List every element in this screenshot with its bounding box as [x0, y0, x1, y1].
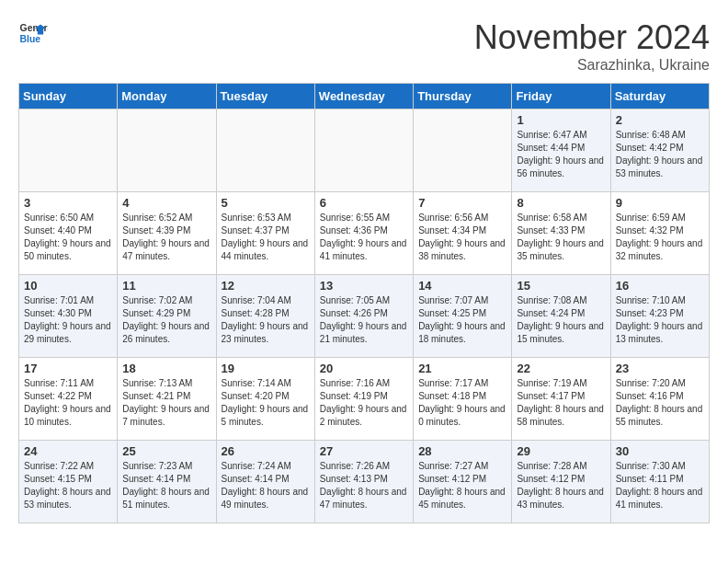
calendar-cell: 5Sunrise: 6:53 AM Sunset: 4:37 PM Daylig…: [216, 192, 314, 275]
calendar-cell: 26Sunrise: 7:24 AM Sunset: 4:14 PM Dayli…: [216, 441, 314, 523]
day-info: Sunrise: 7:28 AM Sunset: 4:12 PM Dayligh…: [517, 460, 605, 511]
day-number: 10: [24, 279, 112, 293]
day-info: Sunrise: 7:16 AM Sunset: 4:19 PM Dayligh…: [320, 377, 408, 429]
day-number: 28: [418, 444, 506, 458]
calendar-cell: 17Sunrise: 7:11 AM Sunset: 4:22 PM Dayli…: [19, 358, 118, 441]
calendar-table: SundayMondayTuesdayWednesdayThursdayFrid…: [18, 83, 710, 523]
day-info: Sunrise: 7:13 AM Sunset: 4:21 PM Dayligh…: [122, 377, 210, 429]
calendar-cell: [216, 109, 314, 192]
day-number: 30: [616, 444, 704, 458]
day-info: Sunrise: 7:11 AM Sunset: 4:22 PM Dayligh…: [24, 377, 112, 429]
calendar-cell: 13Sunrise: 7:05 AM Sunset: 4:26 PM Dayli…: [314, 275, 413, 358]
day-number: 13: [320, 279, 408, 293]
calendar-cell: 30Sunrise: 7:30 AM Sunset: 4:11 PM Dayli…: [610, 441, 709, 523]
day-info: Sunrise: 7:23 AM Sunset: 4:14 PM Dayligh…: [122, 460, 210, 511]
calendar-cell: 14Sunrise: 7:07 AM Sunset: 4:25 PM Dayli…: [414, 275, 512, 358]
calendar-title: November 2024: [474, 18, 710, 57]
weekday-header: Friday: [512, 84, 610, 109]
logo: General Blue: [18, 18, 48, 48]
day-info: Sunrise: 7:04 AM Sunset: 4:28 PM Dayligh…: [222, 294, 310, 346]
weekday-header: Tuesday: [216, 84, 314, 109]
day-info: Sunrise: 6:59 AM Sunset: 4:32 PM Dayligh…: [616, 212, 704, 263]
day-info: Sunrise: 7:14 AM Sunset: 4:20 PM Dayligh…: [222, 377, 310, 429]
calendar-cell: 4Sunrise: 6:52 AM Sunset: 4:39 PM Daylig…: [118, 192, 216, 275]
calendar-cell: 27Sunrise: 7:26 AM Sunset: 4:13 PM Dayli…: [314, 441, 413, 523]
calendar-cell: 2Sunrise: 6:48 AM Sunset: 4:42 PM Daylig…: [610, 109, 709, 192]
calendar-cell: [414, 109, 512, 192]
day-info: Sunrise: 7:08 AM Sunset: 4:24 PM Dayligh…: [517, 294, 605, 346]
day-number: 11: [122, 279, 210, 293]
day-info: Sunrise: 7:22 AM Sunset: 4:15 PM Dayligh…: [24, 460, 112, 511]
day-number: 5: [222, 196, 310, 210]
day-info: Sunrise: 7:30 AM Sunset: 4:11 PM Dayligh…: [616, 460, 704, 511]
calendar-cell: 19Sunrise: 7:14 AM Sunset: 4:20 PM Dayli…: [216, 358, 314, 441]
calendar-week-row: 3Sunrise: 6:50 AM Sunset: 4:40 PM Daylig…: [19, 192, 710, 275]
day-number: 3: [24, 196, 112, 210]
day-number: 2: [616, 113, 704, 127]
day-number: 9: [616, 196, 704, 210]
day-number: 21: [418, 362, 506, 375]
title-block: November 2024 Sarazhinka, Ukraine: [474, 18, 710, 74]
day-info: Sunrise: 6:50 AM Sunset: 4:40 PM Dayligh…: [24, 212, 112, 263]
calendar-cell: [19, 109, 118, 192]
day-info: Sunrise: 6:48 AM Sunset: 4:42 PM Dayligh…: [616, 129, 704, 180]
day-info: Sunrise: 6:53 AM Sunset: 4:37 PM Dayligh…: [222, 212, 310, 263]
calendar-cell: 9Sunrise: 6:59 AM Sunset: 4:32 PM Daylig…: [610, 192, 709, 275]
day-number: 25: [122, 444, 210, 458]
day-info: Sunrise: 7:19 AM Sunset: 4:17 PM Dayligh…: [517, 377, 605, 429]
calendar-cell: 7Sunrise: 6:56 AM Sunset: 4:34 PM Daylig…: [414, 192, 512, 275]
calendar-cell: 3Sunrise: 6:50 AM Sunset: 4:40 PM Daylig…: [19, 192, 118, 275]
day-info: Sunrise: 6:55 AM Sunset: 4:36 PM Dayligh…: [320, 212, 408, 263]
calendar-week-row: 10Sunrise: 7:01 AM Sunset: 4:30 PM Dayli…: [19, 275, 710, 358]
day-number: 19: [222, 362, 310, 375]
weekday-header: Wednesday: [314, 84, 413, 109]
calendar-cell: 15Sunrise: 7:08 AM Sunset: 4:24 PM Dayli…: [512, 275, 610, 358]
day-info: Sunrise: 7:02 AM Sunset: 4:29 PM Dayligh…: [122, 294, 210, 346]
day-info: Sunrise: 7:20 AM Sunset: 4:16 PM Dayligh…: [616, 377, 704, 429]
day-number: 4: [122, 196, 210, 210]
calendar-week-row: 17Sunrise: 7:11 AM Sunset: 4:22 PM Dayli…: [19, 358, 710, 441]
calendar-body: 1Sunrise: 6:47 AM Sunset: 4:44 PM Daylig…: [19, 109, 710, 523]
day-number: 12: [222, 279, 310, 293]
day-number: 27: [320, 444, 408, 458]
calendar-week-row: 24Sunrise: 7:22 AM Sunset: 4:15 PM Dayli…: [19, 441, 710, 523]
day-info: Sunrise: 7:10 AM Sunset: 4:23 PM Dayligh…: [616, 294, 704, 346]
day-number: 15: [517, 279, 605, 293]
day-number: 14: [418, 279, 506, 293]
calendar-cell: 28Sunrise: 7:27 AM Sunset: 4:12 PM Dayli…: [414, 441, 512, 523]
day-info: Sunrise: 6:47 AM Sunset: 4:44 PM Dayligh…: [517, 129, 605, 180]
day-info: Sunrise: 6:58 AM Sunset: 4:33 PM Dayligh…: [517, 212, 605, 263]
calendar-cell: 25Sunrise: 7:23 AM Sunset: 4:14 PM Dayli…: [118, 441, 216, 523]
day-number: 23: [616, 362, 704, 375]
calendar-cell: 1Sunrise: 6:47 AM Sunset: 4:44 PM Daylig…: [512, 109, 610, 192]
day-number: 24: [24, 444, 112, 458]
calendar-cell: 20Sunrise: 7:16 AM Sunset: 4:19 PM Dayli…: [314, 358, 413, 441]
day-info: Sunrise: 6:52 AM Sunset: 4:39 PM Dayligh…: [122, 212, 210, 263]
calendar-cell: 21Sunrise: 7:17 AM Sunset: 4:18 PM Dayli…: [414, 358, 512, 441]
calendar-cell: [118, 109, 216, 192]
header: General Blue November 2024 Sarazhinka, U…: [18, 18, 710, 74]
calendar-cell: 11Sunrise: 7:02 AM Sunset: 4:29 PM Dayli…: [118, 275, 216, 358]
logo-icon: General Blue: [18, 18, 48, 48]
calendar-cell: 12Sunrise: 7:04 AM Sunset: 4:28 PM Dayli…: [216, 275, 314, 358]
weekday-header: Sunday: [19, 84, 118, 109]
calendar-cell: 10Sunrise: 7:01 AM Sunset: 4:30 PM Dayli…: [19, 275, 118, 358]
day-number: 8: [517, 196, 605, 210]
day-number: 6: [320, 196, 408, 210]
day-info: Sunrise: 7:24 AM Sunset: 4:14 PM Dayligh…: [222, 460, 310, 511]
day-info: Sunrise: 7:27 AM Sunset: 4:12 PM Dayligh…: [418, 460, 506, 511]
calendar-cell: 29Sunrise: 7:28 AM Sunset: 4:12 PM Dayli…: [512, 441, 610, 523]
weekday-header: Thursday: [414, 84, 512, 109]
day-number: 7: [418, 196, 506, 210]
calendar-cell: 6Sunrise: 6:55 AM Sunset: 4:36 PM Daylig…: [314, 192, 413, 275]
day-info: Sunrise: 7:17 AM Sunset: 4:18 PM Dayligh…: [418, 377, 506, 429]
day-number: 26: [222, 444, 310, 458]
day-info: Sunrise: 7:07 AM Sunset: 4:25 PM Dayligh…: [418, 294, 506, 346]
day-number: 29: [517, 444, 605, 458]
calendar-cell: 16Sunrise: 7:10 AM Sunset: 4:23 PM Dayli…: [610, 275, 709, 358]
calendar-header-row: SundayMondayTuesdayWednesdayThursdayFrid…: [19, 84, 710, 109]
day-info: Sunrise: 7:01 AM Sunset: 4:30 PM Dayligh…: [24, 294, 112, 346]
calendar-week-row: 1Sunrise: 6:47 AM Sunset: 4:44 PM Daylig…: [19, 109, 710, 192]
day-number: 1: [517, 113, 605, 127]
day-number: 17: [24, 362, 112, 375]
